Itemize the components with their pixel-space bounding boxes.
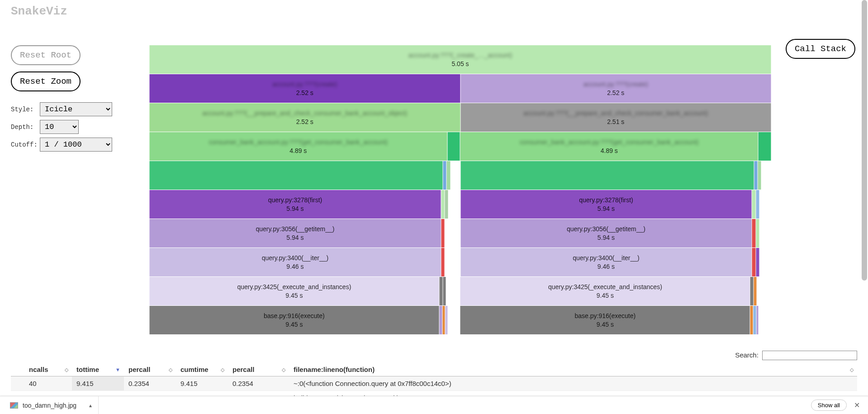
icicle-block[interactable] bbox=[448, 219, 460, 247]
table-cell: ~:0(<function Connection.query at 0x7ff8… bbox=[289, 376, 857, 391]
icicle-block[interactable]: account.py:???(__prepare_and_check_consu… bbox=[149, 103, 460, 132]
icicle-block[interactable] bbox=[443, 277, 446, 305]
icicle-block[interactable] bbox=[446, 277, 460, 305]
icicle-block[interactable] bbox=[758, 161, 761, 190]
icicle-block[interactable] bbox=[451, 161, 460, 190]
icicle-block[interactable] bbox=[445, 248, 448, 276]
icicle-row: query.py:3056(__getitem__)5.94 squery.py… bbox=[149, 219, 771, 247]
table-header[interactable]: percall◇ bbox=[124, 363, 176, 376]
icicle-block[interactable]: query.py:3278(first)5.94 s bbox=[460, 190, 752, 219]
icicle-block[interactable]: query.py:3425(_execute_and_instances)9.4… bbox=[149, 277, 439, 305]
table-header[interactable]: tottime▼ bbox=[72, 363, 124, 376]
icicle-block[interactable] bbox=[754, 161, 758, 190]
close-icon[interactable]: ✕ bbox=[854, 401, 860, 409]
icicle-block[interactable] bbox=[754, 277, 757, 305]
icicle-block[interactable]: query.py:3400(__iter__)9.46 s bbox=[149, 248, 441, 276]
icicle-block[interactable] bbox=[759, 190, 771, 219]
icicle-block[interactable] bbox=[441, 219, 445, 247]
icicle-block[interactable]: query.py:3056(__getitem__)5.94 s bbox=[460, 219, 752, 247]
icicle-block[interactable]: query.py:3278(first)5.94 s bbox=[149, 190, 441, 219]
table-row[interactable]: 20.060640.030320.071850.03593builder.py:… bbox=[11, 391, 857, 396]
table-cell: 0.07185 bbox=[176, 391, 228, 396]
table-header[interactable]: ncalls◇ bbox=[11, 363, 72, 376]
search-input[interactable] bbox=[762, 351, 857, 360]
table-cell: 9.415 bbox=[72, 376, 124, 391]
table-header[interactable]: filename:lineno(function)◇ bbox=[289, 363, 857, 376]
table-row[interactable]: 409.4150.23549.4150.2354~:0(<function Co… bbox=[11, 376, 857, 391]
icicle-row: query.py:3425(_execute_and_instances)9.4… bbox=[149, 277, 771, 305]
scrollbar-thumb[interactable] bbox=[862, 0, 867, 281]
table-cell: 0.03032 bbox=[124, 391, 176, 396]
icicle-row: base.py:916(execute)9.45 sbase.py:916(ex… bbox=[149, 306, 771, 334]
icicle-block[interactable]: account.py:???(create)2.52 s bbox=[460, 74, 772, 103]
icicle-block[interactable] bbox=[441, 190, 445, 219]
icicle-block[interactable] bbox=[448, 306, 460, 334]
sort-icon: ◇ bbox=[282, 366, 285, 372]
icicle-block[interactable]: query.py:3056(__getitem__)5.94 s bbox=[149, 219, 441, 247]
icicle-row: query.py:3400(__iter__)9.46 squery.py:34… bbox=[149, 248, 771, 276]
icicle-block[interactable]: base.py:916(execute)9.45 s bbox=[149, 306, 439, 334]
icicle-block[interactable] bbox=[445, 219, 448, 247]
icicle-block[interactable] bbox=[443, 161, 446, 190]
icicle-block[interactable] bbox=[752, 190, 755, 219]
icicle-block[interactable] bbox=[753, 306, 756, 334]
icicle-block[interactable] bbox=[149, 161, 443, 190]
sort-icon: ◇ bbox=[169, 366, 172, 372]
table-cell: builder.py:731(choose_best_mask) bbox=[289, 391, 857, 396]
table-header[interactable]: percall◇ bbox=[228, 363, 289, 376]
icicle-block[interactable] bbox=[750, 277, 754, 305]
icicle-block[interactable] bbox=[442, 306, 446, 334]
icicle-block[interactable]: account.py:???(__prepare_and_check_consu… bbox=[460, 103, 772, 132]
cutoff-select[interactable]: 1 / 1000 bbox=[40, 138, 112, 152]
icicle-row: consumer_bank_account.py:???(get_consume… bbox=[149, 132, 771, 161]
icicle-row: query.py:3278(first)5.94 squery.py:3278(… bbox=[149, 190, 771, 219]
icicle-block[interactable] bbox=[448, 248, 460, 276]
show-all-button[interactable]: Show all bbox=[811, 400, 847, 411]
icicle-block[interactable] bbox=[761, 161, 771, 190]
icicle-block[interactable] bbox=[750, 306, 753, 334]
style-select[interactable]: Icicle bbox=[40, 102, 112, 116]
icicle-row bbox=[149, 161, 771, 190]
chevron-up-icon[interactable]: ▴ bbox=[89, 402, 92, 409]
icicle-block[interactable] bbox=[446, 161, 450, 190]
icicle-block[interactable] bbox=[447, 132, 460, 161]
icicle-block[interactable]: query.py:3400(__iter__)9.46 s bbox=[460, 248, 752, 276]
icicle-block[interactable]: account.py:???(_create_…_account)5.05 s bbox=[149, 45, 771, 74]
icicle-block[interactable]: query.py:3425(_execute_and_instances)9.4… bbox=[460, 277, 750, 305]
icicle-block[interactable] bbox=[759, 219, 771, 247]
icicle-block[interactable] bbox=[441, 248, 445, 276]
icicle-block[interactable]: base.py:916(execute)9.45 s bbox=[460, 306, 750, 334]
icicle-block[interactable] bbox=[752, 219, 755, 247]
sort-icon: ◇ bbox=[850, 366, 854, 372]
reset-zoom-button[interactable]: Reset Zoom bbox=[11, 71, 81, 91]
icicle-block[interactable] bbox=[460, 161, 754, 190]
icicle-block[interactable] bbox=[759, 248, 771, 276]
depth-select[interactable]: 10 bbox=[40, 120, 79, 134]
call-stack-button[interactable]: Call Stack bbox=[786, 39, 855, 59]
download-chip[interactable]: too_damn_high.jpg ▴ bbox=[4, 396, 99, 414]
search-label: Search: bbox=[735, 351, 759, 359]
icicle-block[interactable] bbox=[752, 248, 755, 276]
reset-root-button[interactable]: Reset Root bbox=[11, 45, 81, 65]
table-cell: 0.2354 bbox=[124, 376, 176, 391]
icicle-chart[interactable]: account.py:???(_create_…_account)5.05 sa… bbox=[149, 45, 771, 334]
icicle-block[interactable] bbox=[756, 190, 759, 219]
icicle-block[interactable] bbox=[445, 190, 448, 219]
table-header[interactable]: cumtime◇ bbox=[176, 363, 228, 376]
icicle-block[interactable] bbox=[448, 190, 460, 219]
controls-panel: Reset Root Reset Zoom Style: Icicle Dept… bbox=[11, 45, 115, 155]
icicle-block[interactable] bbox=[756, 248, 759, 276]
icicle-block[interactable] bbox=[756, 219, 759, 247]
icicle-block[interactable] bbox=[757, 277, 771, 305]
icicle-block[interactable]: consumer_bank_account.py:???(get_consume… bbox=[149, 132, 447, 161]
app-title: SnakeViz bbox=[0, 0, 868, 24]
icicle-block[interactable] bbox=[759, 306, 771, 334]
icicle-block[interactable]: account.py:???(create)2.52 s bbox=[149, 74, 460, 103]
table-cell: 0.06064 bbox=[72, 391, 124, 396]
icicle-block[interactable]: consumer_bank_account.py:???(get_consume… bbox=[460, 132, 758, 161]
table-cell: 0.03593 bbox=[228, 391, 289, 396]
icicle-block[interactable] bbox=[758, 132, 771, 161]
style-label: Style: bbox=[11, 106, 40, 113]
icicle-block[interactable] bbox=[439, 306, 442, 334]
icicle-block[interactable] bbox=[439, 277, 443, 305]
